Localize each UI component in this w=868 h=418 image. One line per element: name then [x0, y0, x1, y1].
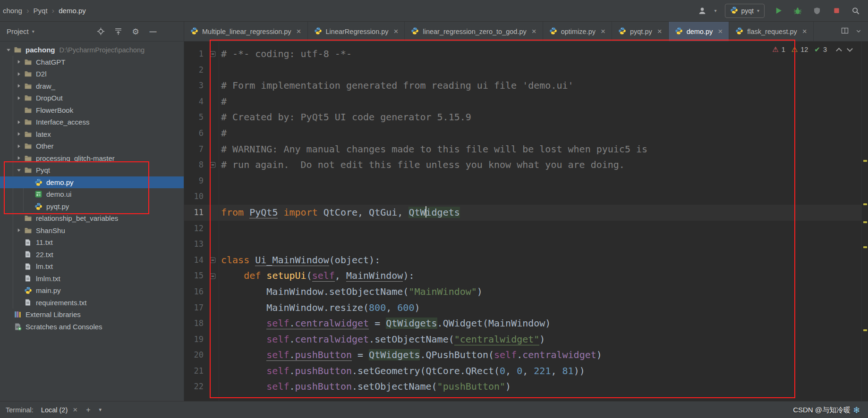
- expand-arrow-icon[interactable]: [14, 167, 23, 173]
- settings-icon[interactable]: ⚙: [131, 27, 140, 36]
- user-icon[interactable]: [697, 5, 708, 17]
- code-line-7[interactable]: 7# WARNING: Any manual changes made to t…: [184, 142, 861, 158]
- code-line-19[interactable]: 19 self.centralwidget.setObjectName("cen…: [184, 332, 861, 348]
- tab-close-icon[interactable]: ×: [297, 27, 301, 35]
- tree-item-pyqt.py[interactable]: pyqt.py: [0, 201, 184, 213]
- code-line-10[interactable]: 10: [184, 189, 861, 205]
- code-line-11[interactable]: 11from PyQt5 import QtCore, QtGui, QtWid…: [184, 205, 861, 221]
- tree-item-ShanShu[interactable]: ShanShu: [0, 225, 184, 237]
- code-line-15[interactable]: 15 def setupUi(self, MainWindow):: [184, 268, 861, 284]
- fold-icon[interactable]: [206, 157, 219, 173]
- expand-arrow-icon[interactable]: [4, 47, 13, 53]
- tree-item-Pyqt[interactable]: Pyqt: [0, 164, 184, 176]
- tree-item-demo.ui[interactable]: demo.ui: [0, 188, 184, 201]
- tree-item-requirements.txt[interactable]: requirements.txt: [0, 297, 184, 309]
- tree-item-main.py[interactable]: main.py: [0, 284, 184, 297]
- expand-arrow-icon[interactable]: [14, 131, 23, 137]
- code-line-5[interactable]: 5# Created by: PyQt5 UI code generator 5…: [184, 109, 861, 125]
- tree-item-processing_glitch-master[interactable]: processing_glitch-master: [0, 152, 184, 165]
- tree-item-22.txt[interactable]: 22.txt: [0, 249, 184, 261]
- stop-button[interactable]: [831, 5, 842, 17]
- project-panel-title[interactable]: Project ▾: [7, 27, 34, 35]
- code-line-20[interactable]: 20 self.pushButton = QtWidgets.QPushButt…: [184, 347, 861, 363]
- code-line-17[interactable]: 17 MainWindow.resize(800, 600): [184, 300, 861, 316]
- breadcrumb-item[interactable]: chong: [3, 7, 22, 15]
- tree-item-D2l[interactable]: D2l: [0, 68, 184, 80]
- tree-item-lmlm.txt[interactable]: lmlm.txt: [0, 273, 184, 285]
- search-everywhere-button[interactable]: [850, 5, 861, 17]
- tab-close-icon[interactable]: ×: [394, 27, 399, 35]
- locate-file-button[interactable]: [96, 27, 105, 36]
- expand-arrow-icon[interactable]: [14, 95, 23, 101]
- code-line-9[interactable]: 9: [184, 173, 861, 189]
- error-stripe-scrollbar[interactable]: [861, 42, 868, 401]
- tree-item-draw_[interactable]: draw_: [0, 80, 184, 92]
- code-line-16[interactable]: 16 MainWindow.setObjectName("MainWindow"…: [184, 284, 861, 300]
- tree-item-pachong[interactable]: pachongD:\PycharmProject\pachong: [0, 44, 184, 56]
- tab-close-icon[interactable]: ×: [802, 27, 807, 35]
- fold-icon[interactable]: [206, 268, 219, 284]
- tree-item-latex[interactable]: latex: [0, 128, 184, 141]
- tab-close-icon[interactable]: ×: [532, 27, 536, 35]
- tree-item-ChatGPT[interactable]: ChatGPT: [0, 56, 184, 68]
- split-editor-icon[interactable]: [841, 27, 849, 36]
- next-issue-icon[interactable]: [847, 46, 853, 52]
- tree-item-Interface_access[interactable]: Interface_access: [0, 116, 184, 128]
- tab-demo.py[interactable]: demo.py×: [669, 22, 730, 41]
- expand-arrow-icon[interactable]: [14, 71, 23, 77]
- warning-stripe-mark[interactable]: [863, 203, 867, 205]
- expand-arrow-icon[interactable]: [14, 227, 23, 233]
- code-line-1[interactable]: 1# -*- coding: utf-8 -*-: [184, 46, 861, 62]
- code-editor[interactable]: 1# -*- coding: utf-8 -*-23# Form impleme…: [184, 42, 861, 401]
- code-line-18[interactable]: 18 self.centralwidget = QtWidgets.QWidge…: [184, 316, 861, 332]
- fold-icon[interactable]: [206, 252, 219, 268]
- tree-item-External-Libraries[interactable]: External Libraries: [0, 309, 184, 321]
- expand-arrow-icon[interactable]: [14, 155, 23, 161]
- code-line-3[interactable]: 3# Form implementation generated from re…: [184, 78, 861, 94]
- coverage-button[interactable]: [811, 5, 823, 17]
- expand-arrow-icon[interactable]: [14, 143, 23, 149]
- tab-options-icon[interactable]: [856, 27, 861, 36]
- tab-optimize.py[interactable]: optimize.py×: [543, 22, 612, 41]
- expand-arrow-icon[interactable]: [14, 83, 23, 89]
- tab-flask_request.py[interactable]: flask_request.py×: [729, 22, 814, 41]
- terminal-tab-local[interactable]: Local (2) ×: [41, 406, 77, 414]
- run-button[interactable]: [773, 5, 784, 17]
- code-line-4[interactable]: 4#: [184, 94, 861, 110]
- expand-arrow-icon[interactable]: [14, 59, 23, 65]
- prev-issue-icon[interactable]: [836, 48, 842, 54]
- tree-item-Other[interactable]: Other: [0, 140, 184, 152]
- warning-stripe-mark[interactable]: [863, 160, 867, 162]
- code-line-21[interactable]: 21 self.pushButton.setGeometry(QtCore.QR…: [184, 363, 861, 379]
- collapse-all-button[interactable]: [114, 27, 122, 36]
- tree-item-lm.txt[interactable]: lm.txt: [0, 260, 184, 273]
- expand-arrow-icon[interactable]: [14, 119, 23, 125]
- tree-item-Scratches-and-Consoles[interactable]: Scratches and Consoles: [0, 321, 184, 333]
- fold-icon[interactable]: [206, 46, 219, 62]
- tab-close-icon[interactable]: ×: [718, 27, 723, 35]
- tree-item-demo.py[interactable]: demo.py: [0, 176, 184, 189]
- terminal-options-icon[interactable]: ▾: [99, 407, 102, 413]
- code-line-8[interactable]: 8# run again. Do not edit this file unle…: [184, 157, 861, 173]
- code-line-14[interactable]: 14class Ui_MainWindow(object):: [184, 252, 861, 268]
- breadcrumb-item[interactable]: demo.py: [59, 7, 86, 15]
- tab-Multiple_linear_regression.py[interactable]: Multiple_linear_regression.py×: [184, 22, 308, 41]
- tree-item-FlowerBook[interactable]: FlowerBook: [0, 104, 184, 117]
- code-line-2[interactable]: 2: [184, 62, 861, 78]
- code-line-22[interactable]: 22 self.pushButton.setObjectName("pushBu…: [184, 379, 861, 395]
- tab-close-icon[interactable]: ×: [601, 27, 605, 35]
- debug-button[interactable]: [792, 5, 803, 17]
- code-line-12[interactable]: 12: [184, 221, 861, 237]
- code-line-13[interactable]: 13: [184, 236, 861, 252]
- tree-item-relationship_bet_variables[interactable]: relationship_bet_variables: [0, 212, 184, 225]
- tab-close-icon[interactable]: ×: [657, 27, 662, 35]
- new-terminal-icon[interactable]: +: [86, 406, 90, 414]
- tab-pyqt.py[interactable]: pyqt.py×: [612, 22, 669, 41]
- warning-stripe-mark[interactable]: [863, 221, 867, 223]
- warning-stripe-mark[interactable]: [863, 329, 867, 331]
- tree-item-11.txt[interactable]: 11.txt: [0, 236, 184, 249]
- code-line-6[interactable]: 6#: [184, 125, 861, 142]
- tab-linear_regression_zero_to_god.py[interactable]: linear_regression_zero_to_god.py×: [405, 22, 543, 41]
- run-config-select[interactable]: pyqt ▾: [725, 4, 765, 18]
- tab-LinearRegression.py[interactable]: LinearRegression.py×: [308, 22, 405, 41]
